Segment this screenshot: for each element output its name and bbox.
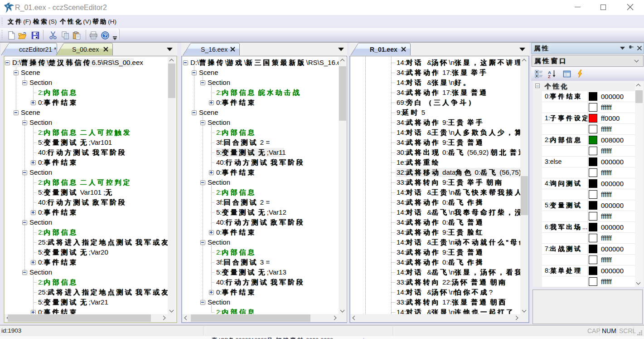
svg-text:S_16.eex: S_16.eex — [201, 46, 228, 53]
svg-text:R_01.eex: R_01.eex — [370, 46, 397, 53]
svg-text:S_00.eex: S_00.eex — [72, 46, 99, 53]
svg-text:cczEditor21 *: cczEditor21 * — [19, 46, 57, 53]
svg-text:?: ? — [103, 32, 107, 39]
svg-text:Z: Z — [548, 74, 551, 79]
